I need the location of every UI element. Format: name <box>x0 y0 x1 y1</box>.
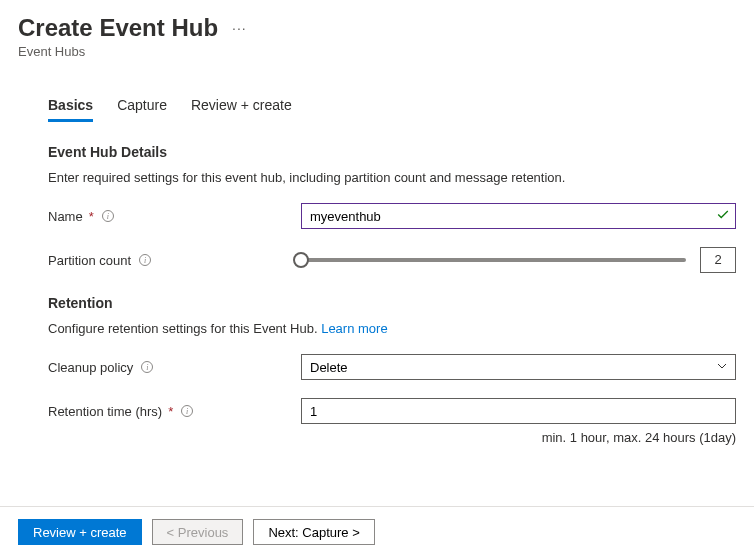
retention-time-input[interactable] <box>301 398 736 424</box>
section-title-details: Event Hub Details <box>48 144 736 160</box>
name-input[interactable] <box>301 203 736 229</box>
review-create-button[interactable]: Review + create <box>18 519 142 545</box>
partition-slider[interactable] <box>301 258 686 262</box>
learn-more-link[interactable]: Learn more <box>321 321 387 336</box>
tabs: Basics Capture Review + create <box>48 91 736 122</box>
more-icon[interactable]: ··· <box>232 20 247 36</box>
required-indicator: * <box>89 209 94 224</box>
partition-value[interactable]: 2 <box>700 247 736 273</box>
footer: Review + create < Previous Next: Capture… <box>0 506 754 557</box>
retention-desc-text: Configure retention settings for this Ev… <box>48 321 321 336</box>
tab-capture[interactable]: Capture <box>117 91 167 122</box>
next-button[interactable]: Next: Capture > <box>253 519 374 545</box>
required-indicator: * <box>168 404 173 419</box>
info-icon[interactable]: i <box>181 405 193 417</box>
retention-hint: min. 1 hour, max. 24 hours (1day) <box>301 430 736 445</box>
cleanup-label-text: Cleanup policy <box>48 360 133 375</box>
section-desc-retention: Configure retention settings for this Ev… <box>48 321 736 336</box>
page-header: Create Event Hub ··· Event Hubs <box>0 0 754 65</box>
info-icon[interactable]: i <box>141 361 153 373</box>
cleanup-select[interactable]: Delete <box>301 354 736 380</box>
name-label-text: Name <box>48 209 83 224</box>
slider-thumb[interactable] <box>293 252 309 268</box>
section-title-retention: Retention <box>48 295 736 311</box>
info-icon[interactable]: i <box>102 210 114 222</box>
breadcrumb[interactable]: Event Hubs <box>18 44 736 59</box>
check-icon <box>716 207 730 224</box>
info-icon[interactable]: i <box>139 254 151 266</box>
retention-time-label-text: Retention time (hrs) <box>48 404 162 419</box>
section-desc-details: Enter required settings for this event h… <box>48 170 736 185</box>
cleanup-label: Cleanup policy i <box>48 360 301 375</box>
page-title: Create Event Hub <box>18 14 218 42</box>
partition-label-text: Partition count <box>48 253 131 268</box>
retention-time-label: Retention time (hrs) * i <box>48 404 301 419</box>
tab-review-create[interactable]: Review + create <box>191 91 292 122</box>
name-label: Name * i <box>48 209 301 224</box>
tab-basics[interactable]: Basics <box>48 91 93 122</box>
partition-label: Partition count i <box>48 253 301 268</box>
previous-button: < Previous <box>152 519 244 545</box>
